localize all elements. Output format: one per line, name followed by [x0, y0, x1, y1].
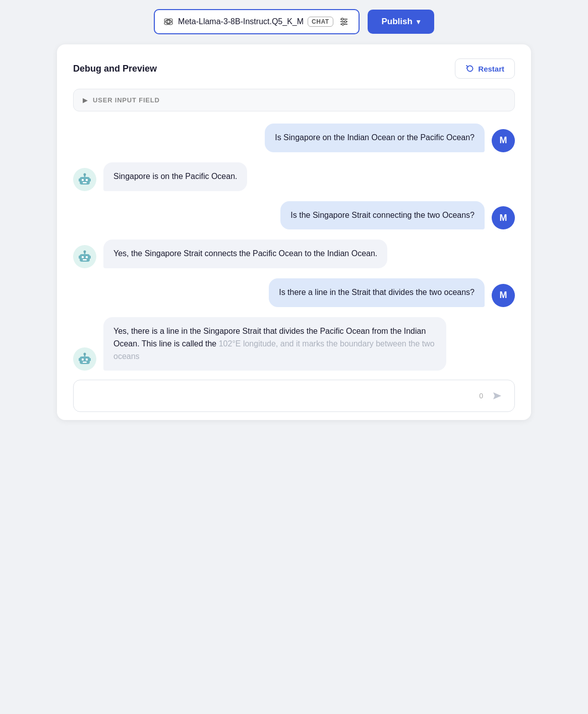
message-text: Is the Singapore Strait connecting the t…	[290, 211, 475, 219]
message-text: Yes, the Singapore Strait connects the P…	[113, 249, 377, 258]
svg-rect-15	[79, 178, 80, 182]
message-row: M Is the Singapore Strait connecting the…	[73, 201, 515, 230]
restart-label: Restart	[478, 65, 504, 73]
svg-rect-28	[83, 362, 87, 363]
message-text: Is Singapore on the Indian Ocean or the …	[275, 133, 475, 142]
avatar-label: M	[500, 290, 507, 301]
bottom-input-bar: 0	[73, 380, 515, 412]
svg-rect-16	[90, 178, 91, 182]
message-text: Is there a line in the Strait that divid…	[279, 288, 475, 296]
chevron-right-icon: ▶	[83, 96, 88, 104]
svg-rect-20	[83, 259, 87, 261]
svg-point-30	[84, 353, 86, 355]
bot-avatar	[73, 245, 96, 268]
avatar-label: M	[500, 135, 507, 146]
restart-icon	[465, 64, 475, 73]
svg-rect-11	[86, 179, 88, 181]
user-avatar: M	[492, 129, 515, 152]
svg-rect-31	[79, 358, 80, 361]
svg-rect-10	[82, 179, 84, 181]
svg-point-8	[342, 23, 344, 25]
message-text: Singapore is on the Pacific Ocean.	[113, 172, 237, 181]
svg-rect-12	[83, 182, 87, 184]
svg-point-22	[84, 251, 86, 253]
message-row: Yes, there is a line in the Singapore St…	[73, 317, 515, 371]
user-bubble: Is the Singapore Strait connecting the t…	[280, 201, 485, 230]
message-row: Yes, the Singapore Strait connects the P…	[73, 240, 515, 268]
send-button[interactable]	[488, 387, 505, 404]
publish-button[interactable]: Publish ▾	[368, 10, 434, 34]
svg-rect-27	[86, 359, 88, 361]
main-panel: Debug and Preview Restart ▶ USER INPUT F…	[57, 44, 531, 420]
svg-rect-18	[82, 256, 84, 258]
message-row: Singapore is on the Pacific Ocean.	[73, 162, 515, 191]
svg-point-6	[341, 18, 343, 20]
user-input-field-label: USER INPUT FIELD	[93, 96, 160, 104]
debug-title: Debug and Preview	[73, 64, 157, 74]
bot-bubble: Yes, the Singapore Strait connects the P…	[103, 240, 387, 268]
user-bubble: Is Singapore on the Indian Ocean or the …	[265, 124, 485, 152]
svg-point-0	[167, 20, 170, 23]
bot-bubble: Singapore is on the Pacific Ocean.	[103, 162, 247, 191]
chat-input[interactable]	[83, 391, 468, 400]
svg-rect-32	[90, 358, 91, 361]
app-container: Meta-Llama-3-8B-Instruct.Q5_K_M CHAT Pub…	[42, 0, 546, 714]
user-avatar: M	[492, 206, 515, 229]
bot-avatar	[73, 168, 96, 191]
svg-rect-25	[80, 356, 90, 364]
token-count: 0	[473, 392, 483, 400]
user-input-field-row[interactable]: ▶ USER INPUT FIELD	[73, 89, 515, 111]
chat-badge: CHAT	[308, 17, 333, 27]
debug-header: Debug and Preview Restart	[73, 58, 515, 79]
svg-point-7	[344, 21, 346, 23]
publish-label: Publish	[382, 17, 413, 27]
svg-rect-9	[80, 177, 90, 185]
svg-rect-26	[82, 359, 84, 361]
svg-point-14	[84, 173, 86, 175]
message-row: M Is there a line in the Strait that div…	[73, 278, 515, 307]
avatar-label: M	[500, 213, 507, 223]
svg-rect-23	[79, 256, 80, 259]
user-bubble: Is there a line in the Strait that divid…	[269, 278, 485, 307]
model-name-label: Meta-Llama-3-8B-Instruct.Q5_K_M	[178, 17, 304, 26]
top-bar: Meta-Llama-3-8B-Instruct.Q5_K_M CHAT Pub…	[42, 9, 546, 34]
model-selector[interactable]: Meta-Llama-3-8B-Instruct.Q5_K_M CHAT	[154, 9, 359, 34]
restart-button[interactable]: Restart	[455, 58, 515, 79]
user-avatar: M	[492, 284, 515, 307]
bot-bubble-long: Yes, there is a line in the Singapore St…	[103, 317, 446, 371]
model-icon	[163, 16, 174, 27]
publish-chevron: ▾	[417, 18, 420, 26]
bot-avatar	[73, 347, 96, 371]
chat-area: M Is Singapore on the Indian Ocean or th…	[73, 124, 515, 371]
svg-rect-24	[90, 256, 91, 259]
svg-rect-17	[80, 254, 90, 262]
send-icon	[491, 390, 502, 401]
settings-icon-button[interactable]	[337, 15, 350, 28]
message-row: M Is Singapore on the Indian Ocean or th…	[73, 124, 515, 152]
svg-rect-19	[86, 256, 88, 258]
